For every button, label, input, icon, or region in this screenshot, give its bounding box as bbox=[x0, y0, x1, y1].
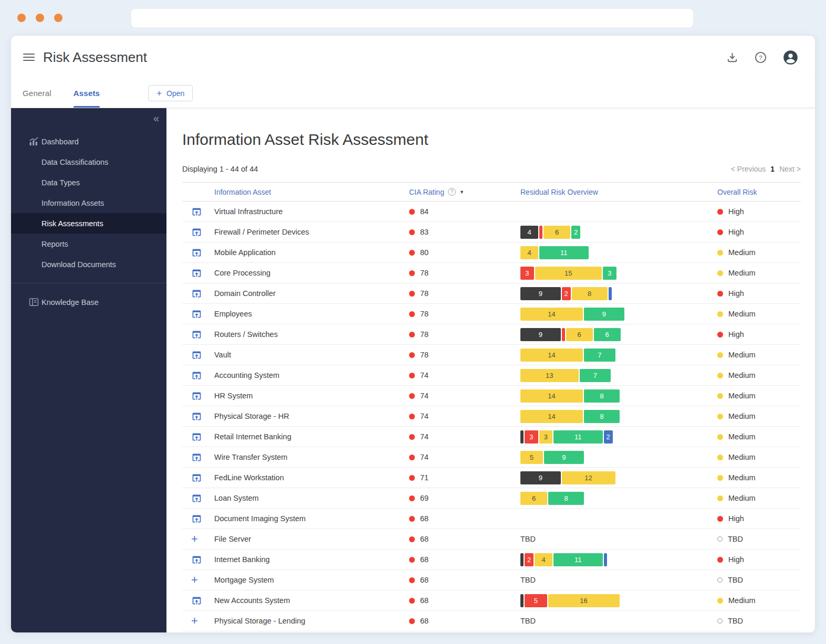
tab-bar: General Assets + Open bbox=[11, 79, 815, 108]
table-row[interactable]: +Mortgage System68TBDTBD bbox=[182, 570, 801, 590]
sidebar-item-label: Download Documents bbox=[41, 260, 116, 269]
tab-general[interactable]: General bbox=[23, 79, 51, 108]
pagination-previous[interactable]: < Previous bbox=[731, 165, 766, 173]
asset-name: Physical Storage - HR bbox=[214, 412, 409, 420]
risk-segment-black bbox=[520, 594, 524, 607]
window-control-dot[interactable] bbox=[54, 14, 62, 22]
cia-rating-value: 68 bbox=[420, 596, 428, 605]
sidebar-item-label: Information Assets bbox=[41, 199, 104, 207]
plus-icon[interactable]: + bbox=[191, 575, 198, 585]
sidebar-item-reports[interactable]: Reports bbox=[11, 234, 166, 254]
table-row[interactable]: Mobile Application80411Medium bbox=[182, 242, 801, 263]
open-button-label: Open bbox=[166, 89, 184, 98]
window-control-dot[interactable] bbox=[17, 14, 26, 22]
sidebar-item-label: Data Classifications bbox=[41, 158, 108, 166]
table-row[interactable]: Domain Controller78928High bbox=[182, 283, 801, 304]
table-row[interactable]: Core Processing783153Medium bbox=[182, 263, 801, 283]
open-in-browser-icon[interactable] bbox=[191, 513, 202, 524]
cia-rating-value: 68 bbox=[420, 576, 428, 584]
open-in-browser-icon[interactable] bbox=[191, 329, 202, 340]
table-row[interactable]: Firewall / Perimeter Devices83462High bbox=[182, 222, 801, 242]
open-in-browser-icon[interactable] bbox=[191, 493, 202, 504]
sidebar-item-data-types[interactable]: Data Types bbox=[11, 172, 166, 193]
plus-icon[interactable]: + bbox=[191, 534, 198, 544]
overall-risk-dot bbox=[717, 250, 723, 256]
cia-rating-value: 78 bbox=[420, 269, 428, 277]
open-in-browser-icon[interactable] bbox=[191, 206, 202, 217]
open-in-browser-icon[interactable] bbox=[191, 452, 202, 463]
table-row[interactable]: Document Imaging System68High bbox=[182, 509, 801, 529]
table-row[interactable]: New Accounts System68516Medium bbox=[182, 590, 801, 611]
cia-rating-value: 80 bbox=[420, 248, 428, 257]
table-row[interactable]: Loan System6968Medium bbox=[182, 488, 801, 509]
header-cia-rating[interactable]: CIA Rating ? ▼ bbox=[409, 188, 464, 196]
sidebar-item-dashboard[interactable]: Dashboard bbox=[11, 131, 166, 152]
open-in-browser-icon[interactable] bbox=[191, 309, 202, 320]
plus-icon[interactable]: + bbox=[191, 616, 198, 626]
open-in-browser-icon[interactable] bbox=[191, 595, 202, 606]
cia-rating-value: 68 bbox=[420, 535, 428, 543]
cia-rating-value: 74 bbox=[420, 412, 428, 420]
open-in-browser-icon[interactable] bbox=[191, 350, 202, 361]
open-in-browser-icon[interactable] bbox=[191, 288, 202, 299]
table-row[interactable]: Routers / Switches78966High bbox=[182, 324, 801, 345]
table-row[interactable]: Retail Internet Banking7433112Medium bbox=[182, 427, 801, 447]
open-in-browser-icon[interactable] bbox=[191, 472, 202, 483]
table-row[interactable]: Virtual Infrastructure84High bbox=[182, 202, 801, 222]
header-information-asset[interactable]: Information Asset bbox=[214, 188, 409, 196]
sidebar-item-download-documents[interactable]: Download Documents bbox=[11, 254, 166, 275]
table-row[interactable]: +Physical Storage - Lending68TBDTBD bbox=[182, 611, 801, 631]
table-row[interactable]: Accounting System74137Medium bbox=[182, 365, 801, 386]
asset-name: Internet Banking bbox=[214, 555, 409, 564]
tab-assets[interactable]: Assets bbox=[74, 79, 100, 108]
table-row[interactable]: FedLine Workstation71912Medium bbox=[182, 468, 801, 488]
overall-risk-label: Medium bbox=[728, 371, 756, 379]
sidebar-item-risk-assessments[interactable]: Risk Assessments bbox=[11, 213, 166, 234]
open-button[interactable]: + Open bbox=[148, 85, 193, 101]
table-row[interactable]: Wire Transfer System7459Medium bbox=[182, 447, 801, 468]
table-row[interactable]: Employees78149Medium bbox=[182, 304, 801, 324]
overall-risk-dot bbox=[717, 598, 723, 604]
info-icon[interactable]: ? bbox=[448, 188, 456, 196]
pagination-page-1[interactable]: 1 bbox=[770, 165, 775, 173]
window-control-dot[interactable] bbox=[36, 14, 44, 22]
overall-risk-dot bbox=[717, 577, 723, 583]
sidebar-collapse-icon[interactable]: « bbox=[153, 112, 158, 124]
overall-risk-label: Medium bbox=[728, 412, 756, 420]
overall-risk-label: Medium bbox=[728, 494, 756, 502]
table-header: Information Asset CIA Rating ? ▼ Residua… bbox=[182, 182, 801, 202]
hamburger-menu-icon[interactable] bbox=[23, 54, 35, 61]
open-in-browser-icon[interactable] bbox=[191, 370, 202, 381]
open-in-browser-icon[interactable] bbox=[191, 411, 202, 422]
open-in-browser-icon[interactable] bbox=[191, 247, 202, 258]
overall-risk-label: High bbox=[728, 330, 744, 339]
main-content: Information Asset Risk Assessment Displa… bbox=[166, 108, 815, 632]
table-row[interactable]: Vault78147Medium bbox=[182, 345, 801, 365]
download-icon[interactable] bbox=[726, 51, 738, 64]
residual-risk-bar: 462 bbox=[520, 226, 580, 239]
overall-risk-dot bbox=[717, 455, 723, 460]
open-in-browser-icon[interactable] bbox=[191, 554, 202, 565]
risk-segment-green: 11 bbox=[553, 430, 603, 444]
sidebar-item-knowledge-base[interactable]: Knowledge Base bbox=[11, 292, 166, 312]
sidebar-item-information-assets[interactable]: Information Assets bbox=[11, 193, 166, 213]
table-row[interactable]: Physical Storage - HR74148Medium bbox=[182, 406, 801, 427]
open-in-browser-icon[interactable] bbox=[191, 390, 202, 402]
overall-risk-label: High bbox=[728, 555, 744, 564]
open-in-browser-icon[interactable] bbox=[191, 431, 202, 442]
risk-segment-black: 9 bbox=[520, 328, 561, 341]
sidebar-item-data-classifications[interactable]: Data Classifications bbox=[11, 152, 166, 172]
table-row[interactable]: HR System74148Medium bbox=[182, 386, 801, 406]
table-row[interactable]: Internet Banking682411High bbox=[182, 550, 801, 570]
account-icon[interactable] bbox=[783, 50, 798, 65]
pagination-next[interactable]: Next > bbox=[779, 165, 801, 173]
asset-name: New Accounts System bbox=[214, 596, 409, 605]
header-overall-risk[interactable]: Overall Risk bbox=[717, 188, 801, 196]
table-row[interactable]: +File Server68TBDTBD bbox=[182, 529, 801, 550]
risk-segment-yellow: 12 bbox=[562, 471, 615, 484]
open-in-browser-icon[interactable] bbox=[191, 268, 202, 279]
help-icon[interactable]: ? bbox=[754, 51, 767, 64]
browser-address-bar[interactable] bbox=[131, 9, 693, 27]
header-residual-risk[interactable]: Residual Risk Overview bbox=[520, 188, 717, 196]
open-in-browser-icon[interactable] bbox=[191, 227, 202, 238]
